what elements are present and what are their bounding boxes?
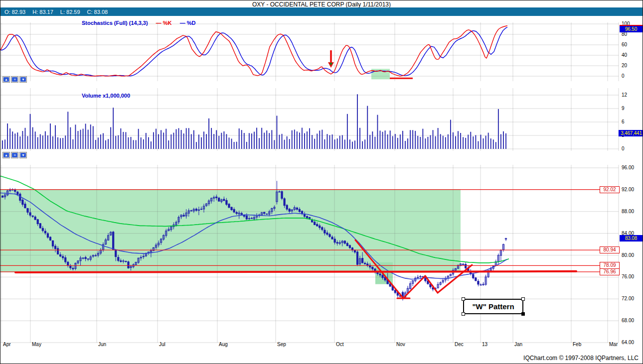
stochastic-legend-title: Stochastics (Full) (14,3,3)	[82, 20, 148, 26]
ohlc-close: C: 83.08	[87, 9, 108, 15]
up-arrow-icon: ▲	[3, 77, 9, 82]
up-arrow-icon: ▲	[3, 153, 9, 157]
down-arrow-icon: ▼	[20, 153, 26, 157]
y-axis-tick-price: 88.00	[622, 209, 634, 214]
price-line-label: 76.96	[600, 268, 620, 275]
w-pattern-annotation[interactable]: "W" Pattern	[463, 299, 523, 314]
percent-k-dash-icon: —	[156, 20, 161, 26]
x-axis-label: Mar	[609, 342, 618, 347]
annotation-handle-top-left[interactable]	[462, 297, 465, 301]
annotation-handle-top-right[interactable]	[521, 297, 525, 301]
panel-collapse-button[interactable]: ▼	[19, 152, 27, 158]
price-value-badge: 83.08	[620, 235, 643, 242]
volume-value-badge: 3,467,441	[619, 130, 643, 136]
annotation-handle-bottom-left[interactable]	[462, 312, 465, 316]
down-arrow-icon: ▼	[20, 77, 26, 82]
x-axis-label: Sep	[277, 342, 286, 347]
panel-menu-button[interactable]: ≡	[11, 152, 18, 158]
y-axis-tick-price: 64.00	[622, 340, 634, 345]
volume-legend: Volume x1,000,000	[82, 93, 130, 99]
panel-expand-button[interactable]: ▲	[2, 152, 10, 158]
panel-menu-button[interactable]: ≡	[11, 76, 18, 83]
panel-collapse-button[interactable]: ▼	[19, 76, 27, 83]
panel-expand-button[interactable]: ▲	[2, 76, 10, 83]
x-axis-label: Feb	[573, 342, 581, 347]
price-line-label: 80.94	[600, 246, 620, 253]
x-axis-label: 13	[482, 342, 487, 347]
ohlc-open: O: 82.93	[4, 9, 25, 15]
y-axis-tick-volume: 6	[622, 119, 625, 124]
y-axis-tick-volume: 9	[622, 106, 625, 111]
percent-k-label: %K	[163, 20, 172, 26]
ohlc-low: L: 82.59	[60, 9, 80, 15]
y-axis-tick-stochastic: 40	[622, 52, 627, 58]
stochastic-legend: Stochastics (Full) (14,3,3) — %K — %D	[82, 20, 196, 26]
y-axis-tick-price: 92.00	[622, 187, 634, 192]
stochastic-value-badge: 96.50	[620, 25, 643, 32]
volume-panel-buttons: ▲ ≡ ▼	[2, 152, 27, 158]
price-line-label: 92.02	[600, 186, 620, 193]
y-axis-tick-price: 72.00	[622, 296, 634, 301]
y-axis-tick-price: 76.00	[622, 274, 634, 279]
stochastic-panel-buttons: ▲ ≡ ▼	[2, 76, 27, 83]
y-axis-tick-volume: 12	[622, 92, 627, 98]
chart-title: OXY - OCCIDENTAL PETE CORP (Daily 1/11/2…	[0, 1, 643, 8]
iqchart-window: OXY - OCCIDENTAL PETE CORP (Daily 1/11/2…	[0, 0, 643, 364]
x-axis-label: Jul	[159, 342, 165, 347]
ohlc-bar: O: 82.93 H: 83.17 L: 82.59 C: 83.08	[0, 7, 643, 16]
annotation-handle-bottom-right[interactable]	[521, 312, 525, 316]
x-axis-label: Nov	[396, 342, 405, 347]
chart-canvas[interactable]	[0, 0, 643, 364]
y-axis-tick-price: 96.00	[622, 165, 634, 170]
x-axis-label: Jan	[514, 342, 522, 347]
y-axis-tick-volume: 0	[622, 146, 625, 151]
x-axis-label: Oct	[336, 342, 344, 347]
menu-icon: ≡	[12, 153, 17, 157]
y-axis-tick-price: 80.00	[622, 252, 634, 258]
price-line-label: 78.09	[600, 262, 620, 269]
x-axis-label: May	[32, 342, 41, 347]
y-axis-tick-stochastic: 60	[622, 42, 627, 47]
x-axis-label: Aug	[219, 342, 228, 347]
percent-d-dash-icon: —	[180, 20, 185, 26]
menu-icon: ≡	[12, 77, 17, 82]
percent-d-label: %D	[187, 20, 196, 26]
y-axis-tick-stochastic: 20	[622, 63, 627, 68]
ohlc-high: H: 83.17	[32, 9, 53, 15]
y-axis-tick-price: 68.00	[622, 318, 634, 323]
x-axis-label: Dec	[455, 342, 464, 347]
x-axis-label: Apr	[3, 342, 11, 347]
copyright-footer: IQChart.com © 1997-2008 IQPartners, LLC	[523, 355, 639, 362]
x-axis-label: Jun	[98, 342, 106, 347]
y-axis-tick-stochastic: 0	[622, 73, 625, 79]
